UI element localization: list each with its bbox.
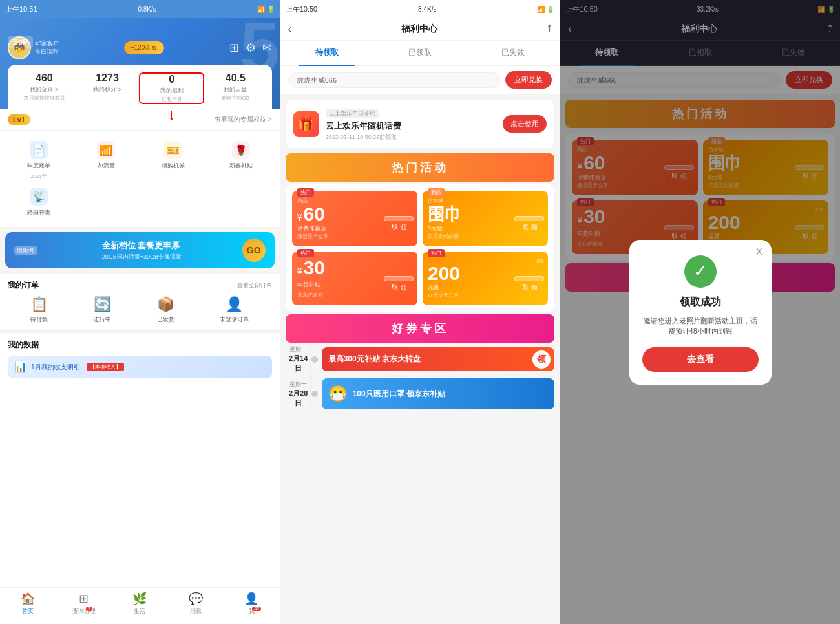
data-header: 我的数据 [8, 339, 272, 350]
banner-title: 全新档位 套餐更丰厚 [102, 240, 182, 252]
message-icon[interactable]: ✉ [262, 41, 272, 55]
search-input-2[interactable] [288, 72, 501, 88]
claim-btn-3[interactable]: 领取 [384, 276, 414, 281]
timeline-content-2: 100只医用口罩 领京东补贴 [353, 389, 445, 400]
cloud-value: 40.5 [207, 72, 264, 84]
annual-bill-icon: 📄 [30, 141, 48, 159]
speed-1: 0.8K/s [138, 6, 156, 13]
welfare-scroll-2[interactable]: 🎁 云上欢乐年口令码 云上欢乐年随机话费 2022-02-11 10:50:29… [280, 94, 560, 624]
router-icon: 📡 [30, 188, 48, 206]
gold-coins[interactable]: +120金豆 [124, 41, 165, 54]
order-inprogress[interactable]: 🔄 进行中 [94, 296, 111, 324]
timeline-item-1: 星期一 2月14日 最高300元补贴 京东大转盘 领 [286, 345, 555, 373]
status-icons-1: 📶 🔋 [257, 6, 275, 13]
stat-cloud[interactable]: 40.5 我的云盘 剩余空间GB [204, 72, 267, 104]
hot-badge-4: 热门 [428, 249, 445, 257]
dialog-overlay[interactable]: X ✓ 领取成功 邀请您进入老照片翻新活动主页，话费预计48小时内到账 去查看 [560, 0, 840, 624]
data-tag: 【本期收入】 [87, 363, 124, 371]
welfare-sub: 红包卡券 [143, 96, 200, 103]
coupon-name-2: 云上欢乐年随机话费 [326, 120, 497, 132]
coupon-date-2: 2022-02-11 10:50:29前领取 [326, 133, 497, 142]
activity-card-4[interactable]: 热门 MB 200 流量 办无忧卡立享 领取 [423, 252, 548, 305]
status-bar-2: 上午10:50 8.4K/s 📶 🔋 [280, 0, 560, 18]
activity-card-2[interactable]: 新品 仿羊绒 围巾 0元领 仅需支付邮费 领取 [423, 191, 548, 246]
new-badge-2: 新品 [428, 188, 445, 197]
p1-content: Lv1 查看我的专属权益 > 📄 年度账单 2021年 📶 加流量 🎫 领购机券… [0, 109, 280, 587]
use-btn-2[interactable]: 点击使用 [503, 115, 547, 133]
stat-points[interactable]: 1273 我的积分 > [76, 72, 140, 104]
buy-coupon-icon: 🎫 [164, 141, 182, 159]
user-labels: ≡3家客户 今日福利 [35, 39, 59, 56]
order-pending[interactable]: 📋 待付款 [30, 296, 48, 324]
stat-welfare[interactable]: 0 我的福利 红包卡券 ↓ [139, 72, 204, 104]
dialog-title: 领取成功 [642, 296, 759, 309]
activity-card-1[interactable]: 热门 商品 ¥ 60 话费体验金 激活星卡立享 领取 [292, 191, 417, 246]
spring-icon: 🌹 [232, 141, 250, 159]
timeline-dot-1 [311, 356, 318, 363]
speed-2: 8.4K/s [418, 6, 436, 13]
welfare-title-2: 福利中心 [291, 23, 547, 35]
claim-btn-4[interactable]: 领取 [514, 276, 544, 281]
hot-title-2: 热门活动 [392, 160, 448, 175]
nav-me[interactable]: 👤 我 42 [224, 592, 280, 621]
tab-received-2[interactable]: 已领取 [373, 41, 467, 65]
welfare-value: 0 [143, 74, 200, 85]
points-value: 1273 [79, 72, 136, 84]
sop-badge: SoP [8, 36, 33, 48]
dialog-close-icon[interactable]: X [756, 246, 762, 257]
timeline-claim-1[interactable]: 领 [532, 350, 551, 369]
order-unlogged[interactable]: 👤 未登录订单 [220, 296, 249, 324]
time-2: 上午10:50 [286, 5, 318, 14]
good-banner-2: 好券专区 [286, 314, 555, 343]
me-icon: 👤 [244, 592, 258, 606]
activity-card-3[interactable]: 热门 ¥ 30 年货补贴 京东优惠券 领取 [292, 252, 417, 305]
red-arrow: ↓ [168, 107, 176, 122]
quick-spring[interactable]: 🌹 新春补贴 [207, 137, 275, 184]
welfare-label: 我的福利 [143, 87, 200, 95]
tab-expired-2[interactable]: 已失效 [467, 41, 560, 65]
nav-query[interactable]: ⊞ 查询办理 2 [56, 592, 112, 621]
quick-add-flow[interactable]: 📶 加流量 [72, 137, 140, 184]
jingdou-label: 我的金豆 > [16, 85, 73, 94]
tab-pending-2[interactable]: 待领取 [280, 41, 373, 65]
promo-banner[interactable]: 限购/月 全新档位 套餐更丰厚 20GB国内流量+30GB专属流量 GO [5, 232, 275, 268]
claim-btn-1[interactable]: 领取 [384, 216, 414, 221]
nav-msg[interactable]: 💬 消息 [168, 592, 224, 621]
orders-title: 我的订单 [8, 280, 39, 291]
msg-icon: 💬 [189, 592, 203, 606]
nav-home[interactable]: 🏠 首页 [0, 592, 56, 621]
timeline-content-1: 最高300元补贴 京东大转盘 [328, 354, 529, 365]
exchange-btn-2[interactable]: 立即兑换 [505, 71, 552, 89]
home-icon: 🏠 [21, 592, 35, 606]
success-dialog: X ✓ 领取成功 邀请您进入老照片翻新活动主页，话费预计48小时内到账 去查看 [629, 240, 772, 385]
quick-annual-bill[interactable]: 📄 年度账单 2021年 [5, 137, 72, 184]
go-button[interactable]: GO [242, 239, 266, 262]
time-1: 上午10:51 [5, 5, 37, 14]
stat-jingdou[interactable]: 460 我的金豆 > 75只触摸拉狸裂豆 [13, 72, 76, 104]
coupon-card-2: 🎁 云上欢乐年口令码 云上欢乐年随机话费 2022-02-11 10:50:29… [286, 100, 555, 148]
quick-buy-coupon[interactable]: 🎫 领购机券 [140, 137, 207, 184]
timeline-item-2: 星期一 2月28日 😷 100只医用口罩 领京东补贴 [286, 378, 555, 409]
claim-btn-2[interactable]: 领取 [514, 216, 544, 221]
dialog-confirm-btn[interactable]: 去查看 [642, 347, 759, 372]
orders-section: 我的订单 查看全部订单 📋 待付款 🔄 进行中 📦 已发货 👤 [0, 274, 280, 329]
add-flow-icon: 📶 [97, 141, 115, 159]
cloud-sub: 剩余空间GB [207, 94, 264, 102]
banner-sub: 20GB国内流量+30GB专属流量 [102, 253, 182, 261]
data-card[interactable]: 📊 1月我的收支明细 【本期收入】 [8, 356, 272, 378]
life-icon: 🌿 [132, 592, 147, 606]
coupon-icon-2: 🎁 [293, 111, 319, 137]
quick-router[interactable]: 📡 路由特惠 [5, 184, 72, 221]
share-icon-2[interactable]: ⤴ [547, 23, 552, 35]
order-shipped[interactable]: 📦 已发货 [157, 296, 174, 324]
data-card-label: 1月我的收支明细 [31, 363, 80, 372]
gear-icon[interactable]: ⚙ [246, 41, 256, 55]
dialog-text: 邀请您进入老照片翻新活动主页，话费预计48小时内到账 [642, 316, 759, 337]
nav-life[interactable]: 🌿 生活 [112, 592, 168, 621]
grid-icon[interactable]: ⊞ [229, 41, 239, 55]
orders-link[interactable]: 查看全部订单 [237, 281, 272, 290]
lv-link[interactable]: 查看我的专属权益 > [215, 115, 272, 124]
top-icons: ⊞ ⚙ ✉ [229, 41, 272, 55]
panel-3: 上午10:50 33.2K/s 📶 🔋 ‹ 福利中心 ⤴ 待领取 已领取 已失效… [560, 0, 840, 624]
bottom-nav: 🏠 首页 ⊞ 查询办理 2 🌿 生活 💬 消息 👤 我 42 [0, 587, 280, 624]
